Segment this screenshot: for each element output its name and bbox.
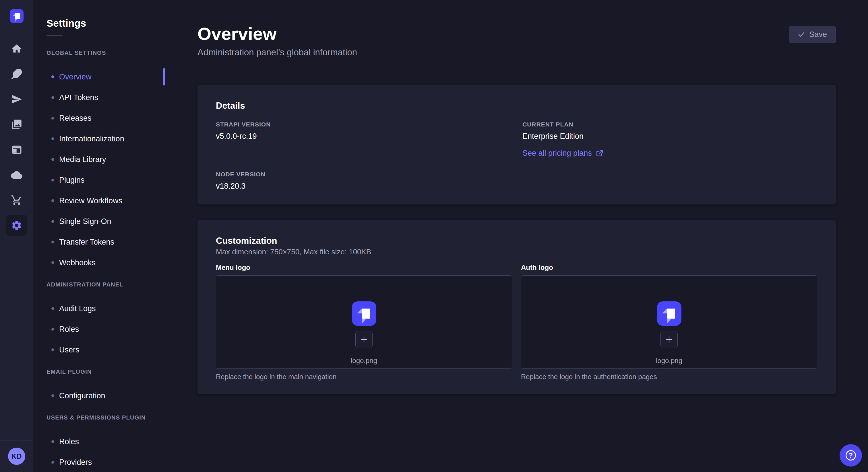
question-mark-icon: ? (846, 450, 856, 461)
bullet-icon (51, 117, 54, 120)
sidebar-item-up-providers[interactable]: Providers (33, 452, 165, 472)
plus-icon (360, 335, 368, 344)
bullet-icon (51, 440, 54, 443)
customization-card-title: Customization (216, 236, 817, 246)
bullet-icon (51, 328, 54, 331)
bullet-icon (51, 241, 54, 243)
main-nav-rail: KD (0, 0, 33, 472)
menu-logo-upload-box[interactable]: logo.png (216, 275, 512, 369)
sidebar-item-releases[interactable]: Releases (33, 108, 165, 129)
sidebar-item-webhooks[interactable]: Webhooks (33, 252, 165, 273)
add-logo-button[interactable] (660, 331, 678, 348)
node-version-field: NODE VERSION v18.20.3 (216, 171, 522, 191)
section-users-permissions-plugin: USERS & PERMISSIONS PLUGIN Roles Provide… (33, 414, 165, 472)
nav-item-cloud[interactable] (0, 162, 33, 188)
nav-item-deploy[interactable] (0, 87, 33, 112)
bullet-icon (51, 137, 54, 140)
details-card-title: Details (216, 101, 817, 111)
strapi-version-field: STRAPI VERSION v5.0.0-rc.19 (216, 121, 522, 141)
help-button[interactable]: ? (840, 444, 862, 467)
strapi-logo-square (15, 13, 20, 19)
plus-icon (665, 335, 673, 344)
brand-logo-cell (0, 0, 33, 32)
save-button[interactable]: Save (789, 26, 836, 43)
sidebar-item-audit-logs[interactable]: Audit Logs (33, 298, 165, 319)
cloud-icon (11, 169, 22, 181)
sidebar-item-media-library[interactable]: Media Library (33, 149, 165, 170)
external-link-icon (596, 149, 603, 157)
sidebar-item-admin-roles[interactable]: Roles (33, 319, 165, 339)
section-header: USERS & PERMISSIONS PLUGIN (46, 414, 165, 421)
menu-logo-hint: Replace the logo in the main navigation (216, 373, 512, 381)
sidebar-item-overview[interactable]: Overview (33, 67, 165, 87)
bullet-icon (51, 348, 54, 351)
section-administration-panel: ADMINISTRATION PANEL Audit Logs Roles Us… (33, 281, 165, 360)
strapi-logo[interactable] (10, 9, 24, 23)
bullet-icon (51, 199, 54, 202)
bullet-icon (51, 220, 54, 223)
bullet-icon (51, 307, 54, 310)
section-header: GLOBAL SETTINGS (46, 49, 165, 56)
feather-icon (11, 68, 22, 80)
sidebar-item-admin-users[interactable]: Users (33, 339, 165, 360)
details-card: Details STRAPI VERSION v5.0.0-rc.19 NODE… (197, 85, 836, 204)
auth-logo-upload-box[interactable]: logo.png (521, 275, 817, 369)
bullet-icon (51, 261, 54, 264)
nav-item-home[interactable] (0, 36, 33, 61)
sidebar-item-review-workflows[interactable]: Review Workflows (33, 191, 165, 211)
gear-icon (11, 220, 22, 231)
page-title: Overview (197, 24, 836, 43)
customization-card: Customization Max dimension: 750×750, Ma… (197, 220, 836, 394)
auth-logo-hint: Replace the logo in the authentication p… (521, 373, 817, 381)
bullet-icon (51, 75, 54, 78)
check-icon (798, 31, 805, 38)
active-item-indicator (163, 68, 165, 86)
sidebar-item-api-tokens[interactable]: API Tokens (33, 87, 165, 108)
layout-icon (11, 144, 22, 156)
pricing-plans-link[interactable]: See all pricing plans (522, 148, 603, 158)
bullet-icon (51, 394, 54, 397)
rail-icon-list (0, 32, 33, 238)
strapi-logo-preview (352, 301, 376, 326)
section-email-plugin: EMAIL PLUGIN Configuration (33, 368, 165, 406)
nav-item-marketplace[interactable] (0, 188, 33, 213)
sidebar-item-up-roles[interactable]: Roles (33, 431, 165, 452)
current-plan-field: CURRENT PLAN Enterprise Edition (522, 121, 817, 141)
rail-footer: KD (0, 440, 33, 472)
auth-logo-field: Auth logo logo.png Replace the logo in t… (521, 264, 817, 381)
nav-item-content-manager[interactable] (0, 137, 33, 162)
nav-item-settings[interactable] (0, 213, 33, 238)
customization-card-subtitle: Max dimension: 750×750, Max file size: 1… (216, 247, 817, 256)
bullet-icon (51, 461, 54, 464)
sidebar-item-plugins[interactable]: Plugins (33, 170, 165, 191)
page-subtitle: Administration panel’s global informatio… (197, 47, 836, 58)
details-left-column: STRAPI VERSION v5.0.0-rc.19 NODE VERSION… (216, 121, 522, 191)
sidebar-item-internationalization[interactable]: Internationalization (33, 129, 165, 149)
paper-plane-icon (11, 94, 22, 105)
settings-subnav: Settings GLOBAL SETTINGS Overview API To… (33, 0, 165, 472)
nav-item-media-library[interactable] (0, 112, 33, 137)
strapi-logo-preview (657, 301, 681, 326)
strapi-logo-triangle-top (12, 13, 16, 16)
nav-item-content-type-builder[interactable] (0, 61, 33, 87)
section-header: ADMINISTRATION PANEL (46, 281, 165, 288)
logo-filename: logo.png (351, 357, 377, 365)
menu-logo-field: Menu logo logo.png Replace the logo in t… (216, 264, 512, 381)
sidebar-item-transfer-tokens[interactable]: Transfer Tokens (33, 232, 165, 252)
details-right-column: CURRENT PLAN Enterprise Edition See all … (522, 121, 817, 191)
images-icon (11, 119, 22, 130)
cart-icon (11, 194, 22, 206)
bullet-icon (51, 158, 54, 161)
home-icon (11, 43, 22, 55)
add-logo-button[interactable] (355, 331, 373, 348)
logo-filename: logo.png (656, 357, 682, 365)
strapi-logo-triangle-bottom (15, 19, 18, 22)
subnav-title: Settings (46, 17, 165, 29)
section-global-settings: GLOBAL SETTINGS Overview API Tokens Rele… (33, 49, 165, 273)
section-header: EMAIL PLUGIN (46, 368, 165, 375)
sidebar-item-email-configuration[interactable]: Configuration (33, 385, 165, 406)
bullet-icon (51, 179, 54, 181)
subnav-divider (46, 35, 63, 36)
avatar[interactable]: KD (8, 448, 25, 465)
sidebar-item-single-sign-on[interactable]: Single Sign-On (33, 211, 165, 232)
